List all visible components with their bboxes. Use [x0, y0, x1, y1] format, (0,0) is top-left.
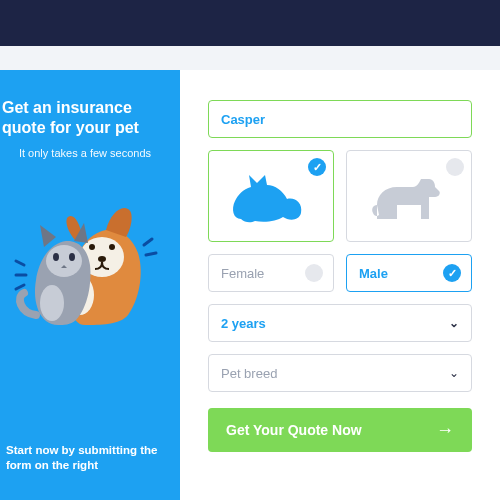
check-icon: [446, 158, 464, 176]
chevron-down-icon: ⌄: [449, 366, 459, 380]
pet-type-cat[interactable]: [208, 150, 334, 242]
chevron-down-icon: ⌄: [449, 316, 459, 330]
get-quote-button[interactable]: Get Your Quote Now →: [208, 408, 472, 452]
cta-label: Get Your Quote Now: [226, 422, 362, 438]
panel-subtitle: It only takes a few seconds: [19, 146, 151, 161]
panel-title: Get an insurance quote for your pet: [0, 98, 170, 138]
svg-point-5: [46, 245, 82, 277]
age-value: 2 years: [221, 316, 266, 331]
quote-widget: Get an insurance quote for your pet It o…: [0, 70, 500, 500]
panel-hint: Start now by submitting the form on the …: [0, 443, 170, 482]
svg-point-1: [89, 244, 95, 250]
pet-name-input[interactable]: Casper: [208, 100, 472, 138]
quote-form: Casper Female Male: [180, 70, 500, 500]
check-icon: [308, 158, 326, 176]
gender-female[interactable]: Female: [208, 254, 334, 292]
gender-row: Female Male: [208, 254, 472, 292]
svg-point-2: [109, 244, 115, 250]
gender-female-label: Female: [221, 266, 264, 281]
breed-select[interactable]: Pet breed ⌄: [208, 354, 472, 392]
svg-point-8: [40, 285, 64, 321]
pets-illustration: [10, 175, 160, 335]
spacer: [0, 46, 500, 70]
age-select[interactable]: 2 years ⌄: [208, 304, 472, 342]
pet-type-row: [208, 150, 472, 242]
top-nav-bar: [0, 0, 500, 46]
gender-male[interactable]: Male: [346, 254, 472, 292]
arrow-right-icon: →: [436, 420, 454, 441]
gender-male-label: Male: [359, 266, 388, 281]
svg-point-7: [69, 253, 75, 261]
info-panel: Get an insurance quote for your pet It o…: [0, 70, 180, 500]
radio-icon: [305, 264, 323, 282]
svg-point-3: [98, 256, 106, 262]
svg-point-6: [53, 253, 59, 261]
radio-icon: [443, 264, 461, 282]
pet-type-dog[interactable]: [346, 150, 472, 242]
pet-name-value: Casper: [221, 112, 265, 127]
cat-icon: [221, 161, 321, 231]
breed-placeholder: Pet breed: [221, 366, 277, 381]
dog-icon: [359, 161, 459, 231]
